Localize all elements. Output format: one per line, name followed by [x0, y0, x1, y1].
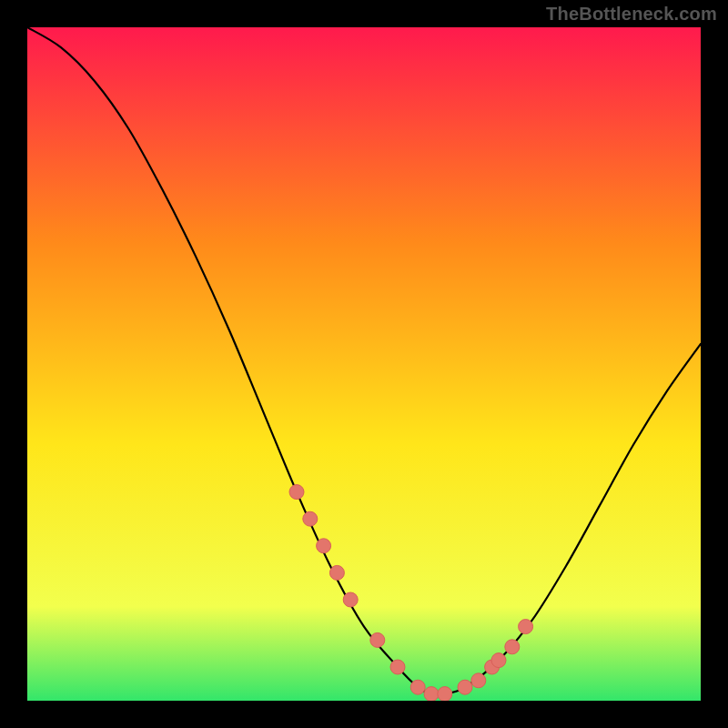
data-marker — [370, 632, 385, 647]
data-marker — [317, 539, 331, 553]
chart-frame: TheBottleneck.com — [0, 0, 728, 728]
plot-area — [27, 27, 701, 701]
data-marker — [410, 680, 425, 694]
data-marker — [458, 680, 472, 694]
data-marker — [505, 640, 520, 654]
data-marker — [329, 565, 344, 580]
data-marker — [491, 653, 506, 668]
data-marker — [471, 673, 486, 688]
data-marker — [343, 592, 358, 607]
data-marker — [519, 620, 533, 634]
data-marker — [424, 687, 439, 701]
data-marker — [289, 485, 304, 500]
data-marker — [438, 687, 452, 701]
data-marker — [303, 511, 318, 526]
chart-svg — [27, 27, 701, 701]
watermark-label: TheBottleneck.com — [546, 4, 717, 25]
data-marker — [390, 660, 405, 674]
